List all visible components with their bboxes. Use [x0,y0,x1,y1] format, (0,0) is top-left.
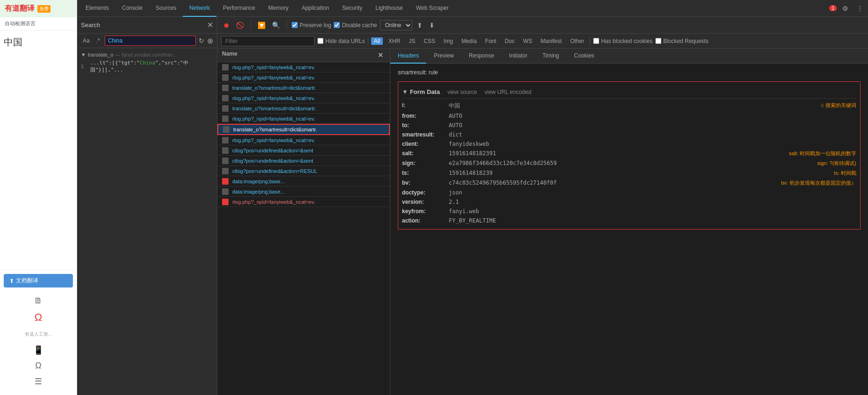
lang-detect[interactable]: 自动检测语言 [0,17,77,30]
request-item[interactable]: rlog.php?_npid=fanyiweb&_ncat=ev. [217,197,390,207]
extension-count-badge[interactable]: 1 [829,5,837,11]
tab-application[interactable]: Application [295,0,336,17]
filter-type-other[interactable]: Other [567,37,587,45]
mobile-icon[interactable]: 📱 [33,345,43,355]
req-name: rlog.php?_npid=fanyiweb&_ncat=ev. [232,75,385,80]
sidebar-input-text: 中国 [4,34,73,50]
filter-type-doc[interactable]: Doc [502,37,517,45]
tab-network[interactable]: Network [183,0,216,17]
requests-scroll[interactable]: rlog.php?_npid=fanyiweb&_ncat=ev. rlog.p… [217,62,390,395]
settings-icon[interactable]: ⚙ [839,3,851,14]
search-result-row[interactable]: 1 ...lt":[{"tgt":"China","src":"中国"}]],"… [81,58,213,74]
field-key-from: from: [402,113,449,119]
preserve-log-checkbox[interactable]: Preserve log [292,22,331,29]
detail-tab-initiator[interactable]: Initiator [502,49,535,64]
request-item[interactable]: data:image/png;base... [217,187,390,197]
search-input[interactable] [105,36,196,46]
request-item[interactable]: translate_o?smartresult=dict&smartr. [217,103,390,114]
req-name: translate_o?smartresult=dict&smartr. [232,106,385,111]
selected-request-item[interactable]: translate_o?smartresult=dict&smartr. [217,124,390,135]
filter-type-all[interactable]: All [371,37,383,45]
req-name: rlog.php?_npid=fanyiweb&_ncat=ev. [232,199,385,205]
tab-memory[interactable]: Memory [262,0,295,17]
translate-button[interactable]: ⬆ 文档翻译 [4,274,73,287]
request-item[interactable]: ctlog?pos=undefined&action=&sent [217,156,390,166]
record-button[interactable]: ⏺ [221,21,231,30]
mic-icon[interactable]: Ω [35,361,41,371]
filter-icon[interactable]: 🔽 [256,21,267,30]
clear-button[interactable]: 🚫 [234,21,246,30]
result-content: ...lt":[{"tgt":"China","src":"中国"}]],"..… [90,59,213,73]
detail-tab-preview[interactable]: Preview [426,49,461,64]
throttle-select[interactable]: Online [380,20,412,30]
filter-type-js[interactable]: JS [406,37,418,45]
blocked-requests-checkbox[interactable]: Blocked Requests [655,38,709,44]
network-toolbar: ⏺ 🚫 🔽 🔍 Preserve log Disable cache Onlin… [217,17,868,34]
download-button[interactable]: ⬇ [427,21,437,30]
detail-tab-headers[interactable]: Headers [390,49,426,64]
req-icon [222,158,229,164]
filter-input[interactable] [221,36,315,46]
req-icon [222,115,229,122]
view-url-encoded-link[interactable]: view URL encoded [485,89,531,95]
req-name: rlog.php?_npid=fanyiweb&_ncat=ev. [232,65,385,70]
filter-type-xhr[interactable]: XHR [386,37,403,45]
search-close-button[interactable]: ✕ [207,21,213,29]
list-icon[interactable]: ☰ [35,376,42,387]
req-icon-red [222,178,229,185]
request-item[interactable]: rlog.php?_npid=fanyiweb&_ncat=ev. [217,93,390,103]
detail-tab-timing[interactable]: Timing [535,49,567,64]
hide-data-urls-checkbox[interactable]: Hide data URLs [317,38,365,44]
filter-type-ws[interactable]: WS [520,37,535,45]
brand-name: 有道人工智... [25,329,52,339]
requests-list-header: Name ✕ [217,49,390,62]
tab-elements[interactable]: Elements [79,0,115,17]
tab-lighthouse[interactable]: Lighthouse [369,0,409,17]
more-options-icon[interactable]: ⋮ [854,3,866,14]
tab-web-scraper[interactable]: Web Scraper [409,0,455,17]
field-annotation-bv: bv: 初步发现每次都是固定的值） [781,180,856,187]
refresh-button[interactable]: ↻ [199,37,204,44]
filter-type-img[interactable]: Img [441,37,456,45]
request-item[interactable]: rlog.php?_npid=fanyiweb&_ncat=ev. [217,62,390,72]
search-icon[interactable]: 🔍 [270,21,282,30]
request-item[interactable]: ctlog?pos=undefined&action=RESUL [217,166,390,176]
free-badge: 免费 [37,5,50,13]
field-key-salt: salt: [402,150,449,157]
tab-security[interactable]: Security [336,0,369,17]
field-key-to: to: [402,122,449,129]
form-field-action: action: FY_BY_REALTIME [402,216,856,225]
filter-type-font[interactable]: Font [482,37,499,45]
view-source-link[interactable]: view source [447,89,477,95]
cancel-search-button[interactable]: ⊗ [207,36,213,45]
has-blocked-cookies-checkbox[interactable]: Has blocked cookies [593,38,653,44]
regex-button[interactable]: .* [94,36,102,45]
close-detail-button[interactable]: ✕ [376,50,385,60]
tab-console[interactable]: Console [115,0,149,17]
filter-type-css[interactable]: CSS [421,37,438,45]
filter-type-media[interactable]: Media [459,37,480,45]
form-field-salt: salt: 15916148182391 salt: 时间戳加一位随机的数字 [402,149,856,158]
upload-button[interactable]: ⬆ [415,21,424,30]
detail-tab-cookies[interactable]: Cookies [567,49,602,64]
tab-performance[interactable]: Performance [216,0,262,17]
request-item[interactable]: rlog.php?_npid=fanyiweb&_ncat=ev. [217,114,390,124]
request-item[interactable]: data:image/png;base... [217,176,390,187]
form-field-from: from: AUTO [402,111,856,121]
request-item[interactable]: rlog.php?_npid=fanyiweb&_ncat=ev. [217,135,390,145]
disable-cache-checkbox[interactable]: Disable cache [334,22,377,29]
doc-icon[interactable]: 🗎 [34,296,43,306]
filter-type-manifest[interactable]: Manifest [538,37,565,45]
req-name: data:image/png;base... [232,189,385,194]
search-result-group[interactable]: ▼ translate_o — fanyi.youdao.com/tran...… [77,48,217,78]
request-item[interactable]: translate_o?smartresult=dict&smartr. [217,83,390,93]
match-case-button[interactable]: Aa [81,36,92,45]
tab-sources[interactable]: Sources [149,0,183,17]
form-data-title: ▼ Form Data [402,88,440,95]
req-icon [222,95,229,101]
request-item[interactable]: ctlog?pos=undefined&action=&sent [217,145,390,156]
request-item[interactable]: rlog.php?_npid=fanyiweb&_ncat=ev. [217,72,390,83]
detail-tab-response[interactable]: Response [461,49,502,64]
field-value-client: fanyideskweb [449,141,856,147]
form-field-doctype: doctype: json [402,188,856,197]
